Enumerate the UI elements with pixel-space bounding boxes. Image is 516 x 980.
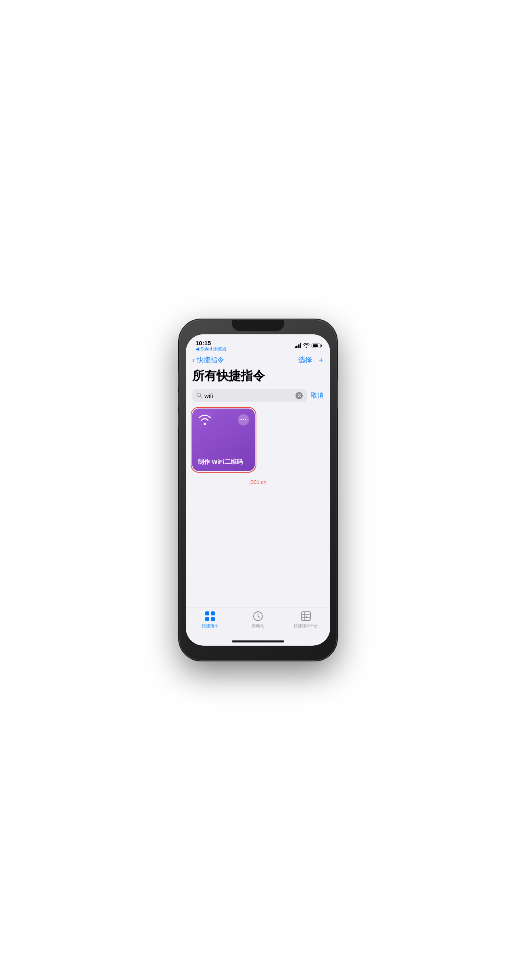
svg-line-1: [200, 396, 202, 398]
tab-bar: 快捷指令 自动化: [186, 607, 330, 640]
svg-rect-9: [302, 612, 310, 621]
home-indicator: [232, 640, 284, 642]
svg-rect-4: [205, 617, 209, 621]
status-bar: 10:15 ◀ Safari 浏览器: [186, 334, 330, 352]
notch: [232, 320, 284, 331]
search-icon: [196, 392, 202, 399]
select-button[interactable]: 选择: [298, 355, 312, 365]
tab-shortcuts[interactable]: 快捷指令: [196, 611, 224, 629]
status-time: 10:15: [196, 340, 211, 346]
shortcut-card-wifi-qrcode[interactable]: ••• 制作 WiFi二维码: [192, 409, 255, 471]
search-input-wrapper[interactable]: wifi ✕: [192, 389, 307, 402]
card-top: •••: [198, 414, 249, 427]
nav-actions: 选择 +: [298, 355, 324, 365]
automation-tab-icon: [251, 611, 265, 622]
gallery-tab-label: 快捷指令中心: [294, 623, 318, 629]
nav-back-label: 快捷指令: [197, 355, 224, 365]
clear-icon: ✕: [298, 394, 301, 398]
shortcut-title: 制作 WiFi二维码: [198, 458, 249, 465]
nav-back-chevron: ‹: [192, 355, 195, 365]
more-options-button[interactable]: •••: [238, 414, 249, 425]
automation-tab-label: 自动化: [252, 623, 264, 629]
safari-back-label: ◀ Safari 浏览器: [196, 346, 227, 352]
content-area: ‹ 快捷指令 选择 + 所有快捷指令: [186, 352, 330, 607]
search-bar: wifi ✕ 取消: [186, 389, 330, 407]
svg-line-8: [258, 616, 260, 617]
svg-rect-5: [211, 617, 215, 621]
svg-rect-3: [211, 611, 215, 615]
search-clear-button[interactable]: ✕: [295, 392, 303, 399]
status-icons: [295, 343, 321, 349]
shortcuts-grid: ••• 制作 WiFi二维码 j301.cn: [186, 407, 330, 607]
tab-gallery[interactable]: 快捷指令中心: [292, 611, 320, 629]
shortcuts-tab-icon: [203, 611, 217, 622]
search-cancel-button[interactable]: 取消: [311, 392, 324, 400]
nav-back-button[interactable]: ‹ 快捷指令: [192, 355, 224, 365]
phone-frame: 10:15 ◀ Safari 浏览器: [179, 320, 337, 660]
wifi-status-icon: [303, 343, 310, 349]
signal-icon: [295, 343, 302, 348]
watermark: j301.cn: [192, 471, 324, 493]
battery-icon: [312, 344, 320, 348]
gallery-tab-icon: [299, 611, 313, 622]
more-dots-icon: •••: [240, 417, 247, 422]
nav-header: ‹ 快捷指令 选择 +: [186, 352, 330, 367]
tab-automation[interactable]: 自动化: [244, 611, 272, 629]
svg-rect-2: [205, 611, 209, 615]
add-button[interactable]: +: [318, 356, 324, 365]
phone-screen: 10:15 ◀ Safari 浏览器: [186, 334, 330, 646]
page-title: 所有快捷指令: [186, 367, 330, 389]
shortcuts-tab-label: 快捷指令: [202, 623, 218, 629]
wifi-card-icon: [198, 414, 212, 427]
search-input[interactable]: wifi: [204, 392, 293, 399]
